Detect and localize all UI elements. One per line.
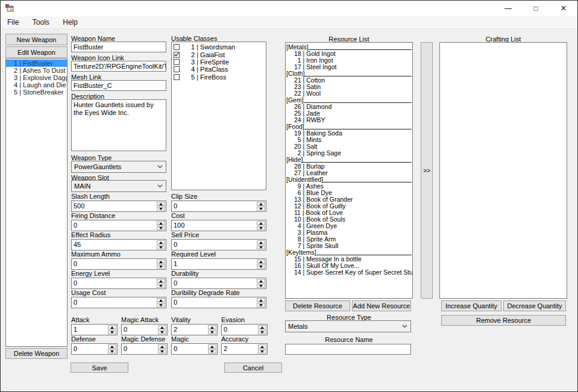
resource-item[interactable]: 2 | Spring Sage [286,150,412,157]
edit-weapon-button[interactable]: Edit Weapon [5,46,68,58]
usable-class-row[interactable]: 3 | FireSprite [172,58,266,66]
stat-spinner[interactable]: 0 [171,343,218,355]
spin-down-icon[interactable] [108,330,116,334]
spin-up-icon[interactable] [157,260,165,264]
spin-down-icon[interactable] [157,264,165,269]
description-input[interactable]: Hunter Gauntlets issued by the Eyes Wide… [71,99,166,151]
transfer-to-crafting-button[interactable]: >> [421,42,433,299]
stat-spinner[interactable]: 2 [171,324,218,335]
delete-resource-button[interactable]: Delete Resource [285,300,350,311]
spin-up-icon[interactable] [157,221,165,225]
spin-down-icon[interactable] [258,330,266,334]
numeric-spinner[interactable]: 0 [71,278,166,289]
spin-down-icon[interactable] [257,303,265,307]
resource-item[interactable]: 22 | Wool [286,90,412,97]
spin-down-icon[interactable] [257,284,265,288]
spin-down-icon[interactable] [257,226,265,230]
mesh-link-input[interactable]: FistBuster_C [71,80,166,91]
menu-help[interactable]: Help [57,16,83,28]
usable-class-row[interactable]: 2 | GaiaFist [172,51,266,58]
menu-tools[interactable]: Tools [27,16,55,28]
spin-down-icon[interactable] [157,284,165,288]
spin-up-icon[interactable] [157,279,165,283]
checkbox-unchecked-icon[interactable] [174,74,180,80]
weapon-list-item[interactable]: 5 | StoneBreaker [6,89,67,96]
weapon-list-item[interactable]: 2 | Ashes To Dust [6,67,67,74]
numeric-spinner[interactable]: 1 [171,258,266,270]
spin-up-icon[interactable] [257,298,265,302]
spin-up-icon[interactable] [108,325,116,329]
numeric-spinner[interactable]: 0 [71,258,166,270]
spin-down-icon[interactable] [257,264,265,269]
usable-class-row[interactable]: 4 | PitaClass [172,66,266,73]
decrease-quantity-button[interactable]: Decrease Quantity [503,300,566,311]
usable-class-row[interactable]: 5 | FireBoss [172,73,266,81]
spin-down-icon[interactable] [108,349,116,353]
spin-up-icon[interactable] [158,344,166,349]
resource-item[interactable]: 17 | Steel Ingot [286,64,412,70]
close-icon[interactable]: × [550,1,577,16]
menu-file[interactable]: File [2,16,24,28]
numeric-spinner[interactable]: 0 [171,239,266,250]
numeric-spinner[interactable]: 45 [71,239,166,250]
checkbox-checked-icon[interactable] [174,52,180,58]
numeric-spinner[interactable]: 0 [71,297,166,308]
spin-up-icon[interactable] [258,325,266,329]
resource-name-input[interactable] [285,344,411,355]
remove-resource-button[interactable]: Remove Resource [441,315,566,326]
spin-down-icon[interactable] [157,245,165,249]
cancel-button[interactable]: Cancel [224,362,282,373]
spin-down-icon[interactable] [157,207,165,211]
save-button[interactable]: Save [71,362,128,373]
new-weapon-button[interactable]: New Weapon [5,34,68,45]
spin-down-icon[interactable] [208,330,216,334]
spin-down-icon[interactable] [257,207,265,211]
spin-up-icon[interactable] [208,344,216,349]
spin-up-icon[interactable] [157,240,165,244]
spin-up-icon[interactable] [208,325,216,329]
spin-up-icon[interactable] [257,202,265,206]
stat-spinner[interactable]: 2 [221,343,268,355]
stat-spinner[interactable]: 0 [121,324,168,335]
weapon-listbox[interactable]: 1 | FistBuster2 | Ashes To Dust3 | Explo… [5,58,68,347]
spin-down-icon[interactable] [158,349,166,353]
numeric-spinner[interactable]: 0 [171,297,266,308]
weapon-list-item[interactable]: 3 | Explosive Daggers [6,74,67,81]
stat-spinner[interactable]: 0 [71,343,118,355]
weapon-type-select[interactable]: PowerGauntlets [71,161,166,173]
numeric-spinner[interactable]: 500 [71,201,166,212]
minimize-icon[interactable]: — [494,1,522,16]
checkbox-unchecked-icon[interactable] [174,66,180,72]
add-new-resource-button[interactable]: Add New Resource [352,300,411,311]
usable-classes-listbox[interactable]: 1 | Swordsman2 | GaiaFist3 | FireSprite4… [171,42,266,190]
spin-down-icon[interactable] [257,245,265,249]
spin-down-icon[interactable] [157,226,165,230]
resource-type-select[interactable]: Metals [285,320,411,332]
numeric-spinner[interactable]: 0 [171,278,266,289]
spin-down-icon[interactable] [157,303,165,307]
spin-up-icon[interactable] [257,221,265,225]
checkbox-unchecked-icon[interactable] [174,59,180,65]
stat-spinner[interactable]: 0 [221,324,268,335]
usable-class-row[interactable]: 1 | Swordsman [172,43,266,51]
spin-up-icon[interactable] [157,202,165,206]
stat-spinner[interactable]: 1 [71,324,118,335]
numeric-spinner[interactable]: 0 [171,201,266,212]
numeric-spinner[interactable]: 100 [171,220,266,231]
weapon-slot-select[interactable]: MAIN [71,180,166,192]
maximize-icon[interactable]: □ [522,1,550,16]
weapon-list-item[interactable]: 4 | Laugh and Die [6,81,67,89]
crafting-listbox[interactable] [439,42,567,299]
resource-item[interactable]: 14 | Super Secret Key of Super Secret St… [286,269,412,276]
weapon-list-item[interactable]: 1 | FistBuster [6,60,67,67]
numeric-spinner[interactable]: 0 [71,220,166,231]
spin-up-icon[interactable] [257,279,265,283]
spin-down-icon[interactable] [208,349,216,353]
spin-down-icon[interactable] [258,349,266,353]
spin-up-icon[interactable] [108,344,116,349]
weapon-name-input[interactable]: FistBuster [71,42,166,52]
spin-up-icon[interactable] [158,325,166,329]
delete-weapon-button[interactable]: Delete Weapon [5,348,68,359]
stat-spinner[interactable]: 0 [121,343,168,355]
resource-listbox[interactable]: [Metals]18 | Gold Ingot 1 | Iron Ingot17… [285,42,413,299]
